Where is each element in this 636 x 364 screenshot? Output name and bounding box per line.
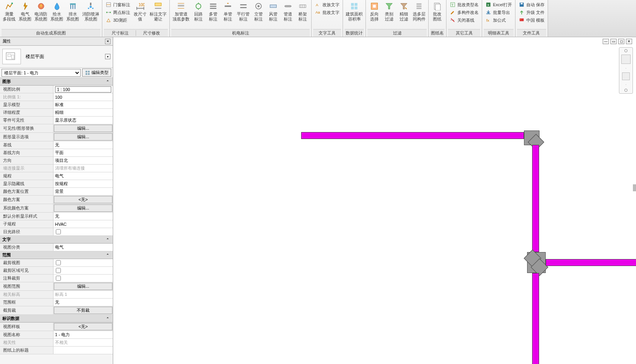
val-sheet-title[interactable] xyxy=(53,347,113,354)
btn-batch-text[interactable]: Aa批改文字 xyxy=(313,9,341,16)
btn-water-sys[interactable]: 给水 系统图 xyxy=(49,1,64,22)
nav-face-icon[interactable] xyxy=(622,72,630,80)
val-sub-disc[interactable]: HVAC xyxy=(53,220,113,228)
val-detail[interactable]: 精细 xyxy=(53,109,113,116)
label-base-dir: 基线方向 xyxy=(0,149,53,156)
btn-text-avoid[interactable]: 标注文字 避让 xyxy=(148,1,168,22)
scroll-indicator[interactable] xyxy=(633,184,636,191)
val-analysis[interactable]: 无 xyxy=(53,213,113,220)
pipe-segment[interactable] xyxy=(546,259,636,266)
btn-cat-filter[interactable]: 类别 过滤 xyxy=(382,1,396,22)
btn-sys-color[interactable]: 编辑... xyxy=(54,204,112,212)
val-baseline[interactable]: 无 xyxy=(53,141,113,149)
btn-invert-sel[interactable]: 反向 选择 xyxy=(367,1,381,22)
btn-china-template[interactable]: 中国 模板 xyxy=(517,16,546,24)
btn-batch-export[interactable]: 批量导出 xyxy=(484,9,514,16)
btn-door-dim[interactable]: 门窗标注 xyxy=(104,1,132,9)
btn-color-scheme[interactable]: <无> xyxy=(54,196,112,203)
btn-depth-clip[interactable]: 不剪裁 xyxy=(54,307,112,314)
drawing-canvas[interactable]: — ▭ ◻ ✕ · · xyxy=(113,37,636,364)
family-text-icon: A xyxy=(315,2,321,8)
val-color-loc[interactable]: 背景 xyxy=(53,188,113,195)
btn-two-point-dim[interactable]: 两点标注 xyxy=(104,9,132,16)
val-view-class[interactable]: 电气 xyxy=(53,244,113,251)
collapse-icon[interactable]: ⌃ xyxy=(105,80,110,84)
minimize-icon[interactable]: — xyxy=(603,39,609,44)
btn-multi-rename[interactable]: 多构件改名 xyxy=(448,9,480,16)
btn-multi-pipe-tag[interactable]: 多管 标注 xyxy=(206,1,220,22)
btn-fire-elec[interactable]: 电消防 系统图 xyxy=(33,1,48,22)
val-direction[interactable]: 项目北 xyxy=(53,157,113,164)
ribbon-group-stats: 建筑面积 容积率 数据统计 xyxy=(343,0,366,37)
edit-type-button[interactable]: 编辑类型 xyxy=(82,69,111,77)
collapse-icon[interactable]: ⌃ xyxy=(105,253,110,257)
btn-upgrade-file[interactable]: 升级 文件 xyxy=(517,9,546,16)
ribbon-group-text: A改族文字 Aa批改文字 文字工具 xyxy=(312,0,343,37)
btn-view-tmpl[interactable]: <无> xyxy=(54,323,112,330)
category-extent[interactable]: 范围⌃ xyxy=(0,251,113,259)
navigation-bar[interactable]: · · xyxy=(619,47,633,94)
check-crop-vis[interactable] xyxy=(53,267,113,274)
check-crop-view[interactable] xyxy=(53,259,113,266)
val-assoc-level: 标高 1 xyxy=(53,291,113,298)
category-text[interactable]: 文字⌃ xyxy=(0,236,113,244)
btn-duct-tag[interactable]: 风管 标注 xyxy=(266,1,280,22)
btn-change-dim[interactable]: 100改尺寸 值 xyxy=(133,1,148,22)
category-identity[interactable]: 标识数据⌃ xyxy=(0,315,113,323)
val-part-vis[interactable]: 显示原状态 xyxy=(53,117,113,124)
btn-batch-type[interactable]: T批改类型名 xyxy=(448,1,480,9)
restore-icon[interactable]: ▭ xyxy=(610,39,617,44)
btn-parallel-pipe[interactable]: 平行管 标注 xyxy=(236,1,251,22)
btn-change-family-text[interactable]: A改族文字 xyxy=(313,1,341,9)
properties-body[interactable]: 图形⌃ 视图比例 比例值 1:100 显示模型标准 详细程度精细 零件可见性显示… xyxy=(0,78,113,364)
maximize-icon[interactable]: ◻ xyxy=(618,39,624,44)
close-icon[interactable]: ✕ xyxy=(105,39,110,44)
collapse-icon[interactable]: ⌃ xyxy=(105,238,110,242)
btn-close-baseline[interactable]: 关闭基线 xyxy=(448,16,480,24)
pipe-segment[interactable] xyxy=(532,145,539,252)
btn-tray-tag[interactable]: 桥架 标注 xyxy=(296,1,310,22)
btn-polyline-measure[interactable]: 测量 多段线 xyxy=(2,1,17,22)
btn-pipe-tag[interactable]: 管道 标注 xyxy=(281,1,295,22)
btn-sprinkler[interactable]: 消防喷淋 系统图 xyxy=(81,1,100,22)
category-graphics[interactable]: 图形⌃ xyxy=(0,78,113,86)
check-sun-path[interactable] xyxy=(53,228,113,235)
btn-batch-sheet[interactable]: 批改 图纸 xyxy=(430,1,444,22)
btn-multi-level[interactable]: 选多层 同构件 xyxy=(412,1,427,22)
val-discipline[interactable]: 电气 xyxy=(53,172,113,180)
btn-single-pipe-tag[interactable]: 单管 标注 xyxy=(221,1,235,22)
btn-add-formula[interactable]: fx加公式 xyxy=(484,16,514,24)
btn-pipe-param[interactable]: 加管道 顶底参数 xyxy=(171,1,191,22)
close-window-icon[interactable]: ✕ xyxy=(626,39,632,44)
val-disp-model[interactable]: 标准 xyxy=(53,101,113,108)
btn-gfx-opts[interactable]: 编辑... xyxy=(54,133,112,141)
val-base-dir[interactable]: 平面 xyxy=(53,149,113,156)
btn-circuit-tag[interactable]: 回路 标注 xyxy=(191,1,205,22)
collapse-icon[interactable]: ⌃ xyxy=(105,317,110,321)
instance-selector[interactable]: 楼层平面: 1 - 电力 xyxy=(2,69,81,77)
btn-vis-override[interactable]: 编辑... xyxy=(54,125,112,132)
nav-home-icon[interactable] xyxy=(621,55,631,64)
btn-elec-sys[interactable]: 电气 系统图 xyxy=(17,1,33,22)
type-selector[interactable]: 楼层平面 ▾ xyxy=(0,46,113,68)
btn-excel-open[interactable]: XExcel打开 xyxy=(484,1,514,9)
btn-fine-filter[interactable]: 精细 过滤 xyxy=(397,1,411,22)
btn-3d-measure[interactable]: 3D测距 xyxy=(104,16,132,24)
val-scope-box[interactable]: 无 xyxy=(53,299,113,306)
pipe-segment[interactable] xyxy=(301,132,524,139)
nav-dot-icon[interactable] xyxy=(624,49,627,52)
val-view-name[interactable]: 1 - 电力 xyxy=(53,331,113,338)
btn-riser-tag[interactable]: 立管 标注 xyxy=(252,1,265,22)
nav-dot-icon[interactable] xyxy=(624,89,627,92)
input-view-scale[interactable] xyxy=(53,86,113,93)
chevron-down-icon[interactable]: ▾ xyxy=(105,54,110,59)
btn-drain-sys[interactable]: 排水 系统图 xyxy=(65,1,80,22)
pipe-segment[interactable] xyxy=(532,273,539,364)
svg-rect-30 xyxy=(435,4,440,11)
btn-view-range[interactable]: 编辑... xyxy=(54,283,112,290)
btn-area-ratio[interactable]: 建筑面积 容积率 xyxy=(345,1,364,22)
check-anno-crop[interactable] xyxy=(53,275,113,282)
btn-auto-save[interactable]: 自动 保存 xyxy=(517,1,546,9)
polyline-icon xyxy=(5,2,14,11)
val-show-hidden[interactable]: 按规程 xyxy=(53,180,113,187)
